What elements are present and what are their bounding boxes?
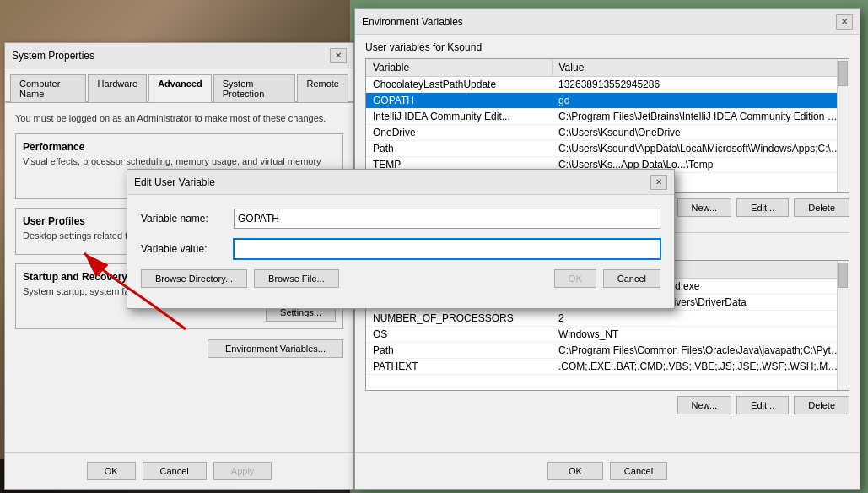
system-props-bottom-buttons: OK Cancel Apply	[5, 452, 353, 489]
user-var-row[interactable]: GOPATHgo	[366, 93, 849, 109]
system-var-row[interactable]: PATHEXT.COM;.EXE;.BAT;.CMD;.VBS;.VBE;.JS…	[366, 359, 849, 375]
user-var-value: 132638913552945286	[552, 77, 849, 93]
dialog-ok-btn[interactable]: OK	[554, 269, 596, 288]
var-value-row: Variable value:	[141, 239, 660, 259]
var-name-row: Variable name:	[141, 209, 660, 229]
system-var-row[interactable]: PathC:\Program Files\Common Files\Oracle…	[366, 343, 849, 359]
user-var-name: IntelliJ IDEA Community Edit...	[366, 109, 552, 125]
browse-dir-btn[interactable]: Browse Directory...	[141, 269, 247, 288]
tab-hardware[interactable]: Hardware	[88, 74, 147, 102]
system-var-value: Windows_NT	[552, 327, 849, 343]
system-table-scrollbar-thumb	[838, 263, 848, 288]
user-var-row[interactable]: ChocolateyLastPathUpdate1326389135529452…	[366, 77, 849, 93]
system-table-scrollbar[interactable]	[837, 261, 849, 390]
env-vars-controls: ✕	[836, 14, 853, 30]
env-vars-title: Environment Variables	[362, 16, 463, 28]
user-var-name: Path	[366, 141, 552, 157]
system-props-close-btn[interactable]: ✕	[330, 48, 347, 63]
user-var-row[interactable]: OneDriveC:\Users\Ksound\OneDrive	[366, 125, 849, 141]
system-var-row[interactable]: NUMBER_OF_PROCESSORS2	[366, 311, 849, 327]
env-system-edit-btn[interactable]: Edit...	[736, 396, 789, 414]
edit-var-title: Edit User Variable	[134, 176, 215, 188]
system-var-name: Path	[366, 343, 552, 359]
env-user-section-title: User variables for Ksound	[365, 41, 849, 53]
tab-system-protection[interactable]: System Protection	[213, 74, 296, 102]
env-user-delete-btn[interactable]: Delete	[794, 198, 849, 217]
system-var-row[interactable]: OSWindows_NT	[366, 327, 849, 343]
user-table-scrollbar-thumb	[838, 61, 848, 86]
env-system-new-btn[interactable]: New...	[677, 396, 732, 414]
var-name-input[interactable]	[234, 209, 660, 229]
browse-file-btn[interactable]: Browse File...	[254, 269, 339, 288]
dialog-browse-buttons: Browse Directory... Browse File... OK Ca…	[141, 269, 660, 288]
user-var-value: C:\Program Files\JetBrains\IntelliJ IDEA…	[552, 109, 849, 125]
admin-notice: You must be logged on as an Administrato…	[15, 113, 343, 123]
system-var-name: OS	[366, 327, 552, 343]
system-props-apply-btn[interactable]: Apply	[213, 462, 272, 480]
user-var-value: go	[552, 93, 849, 109]
user-var-row[interactable]: IntelliJ IDEA Community Edit...C:\Progra…	[366, 109, 849, 125]
edit-var-close-btn[interactable]: ✕	[650, 175, 667, 190]
system-var-name: NUMBER_OF_PROCESSORS	[366, 311, 552, 327]
user-var-name: GOPATH	[366, 93, 552, 109]
user-var-name: ChocolateyLastPathUpdate	[366, 77, 552, 93]
tab-computer-name[interactable]: Computer Name	[10, 74, 86, 102]
edit-var-titlebar: Edit User Variable ✕	[127, 170, 674, 195]
env-user-col-value: Value	[552, 59, 849, 77]
var-value-input[interactable]	[234, 239, 660, 259]
user-var-value: C:\Users\Ksound\OneDrive	[552, 125, 849, 141]
tabs-container: Computer Name Hardware Advanced System P…	[5, 68, 353, 103]
var-name-label: Variable name:	[141, 213, 234, 225]
user-var-name: OneDrive	[366, 125, 552, 141]
env-system-delete-btn[interactable]: Delete	[794, 396, 849, 414]
system-props-ok-btn[interactable]: OK	[87, 462, 136, 480]
performance-title: Performance	[23, 141, 336, 153]
tab-advanced[interactable]: Advanced	[148, 74, 212, 102]
performance-desc: Visual effects, processor scheduling, me…	[23, 156, 336, 166]
env-user-edit-btn[interactable]: Edit...	[736, 198, 789, 217]
system-var-value: .COM;.EXE;.BAT;.CMD;.VBS;.VBE;.JS;.JSE;.…	[552, 359, 849, 375]
user-var-value: C:\Users\Ksound\AppData\Local\Microsoft\…	[552, 141, 849, 157]
system-props-titlebar: System Properties ✕	[5, 43, 353, 68]
env-user-col-variable: Variable	[366, 59, 552, 77]
var-value-label: Variable value:	[141, 243, 234, 255]
tab-remote[interactable]: Remote	[297, 74, 348, 102]
edit-var-content: Variable name: Variable value: Browse Di…	[127, 195, 674, 308]
env-ok-btn[interactable]: OK	[547, 462, 603, 480]
system-var-value: C:\Program Files\Common Files\Oracle\Jav…	[552, 343, 849, 359]
env-user-table: Variable Value ChocolateyLastPathUpdate1…	[366, 59, 849, 173]
edit-var-controls: ✕	[650, 175, 667, 190]
env-vars-titlebar: Environment Variables ✕	[355, 9, 860, 35]
edit-var-dialog: Edit User Variable ✕ Variable name: Vari…	[127, 169, 675, 309]
system-var-value: 2	[552, 311, 849, 327]
env-system-action-buttons: New... Edit... Delete	[365, 391, 849, 420]
user-table-scrollbar[interactable]	[837, 59, 849, 192]
system-props-cancel-btn[interactable]: Cancel	[143, 462, 207, 480]
dialog-cancel-btn[interactable]: Cancel	[603, 269, 660, 288]
env-user-new-btn[interactable]: New...	[677, 198, 732, 217]
env-cancel-btn[interactable]: Cancel	[610, 462, 667, 480]
system-props-title: System Properties	[12, 50, 94, 62]
user-var-row[interactable]: PathC:\Users\Ksound\AppData\Local\Micros…	[366, 141, 849, 157]
system-var-name: PATHEXT	[366, 359, 552, 375]
window-controls: ✕	[330, 48, 347, 63]
env-vars-close-btn[interactable]: ✕	[836, 14, 853, 30]
env-vars-bottom-buttons: OK Cancel	[355, 452, 860, 489]
env-vars-btn[interactable]: Environment Variables...	[208, 339, 343, 358]
